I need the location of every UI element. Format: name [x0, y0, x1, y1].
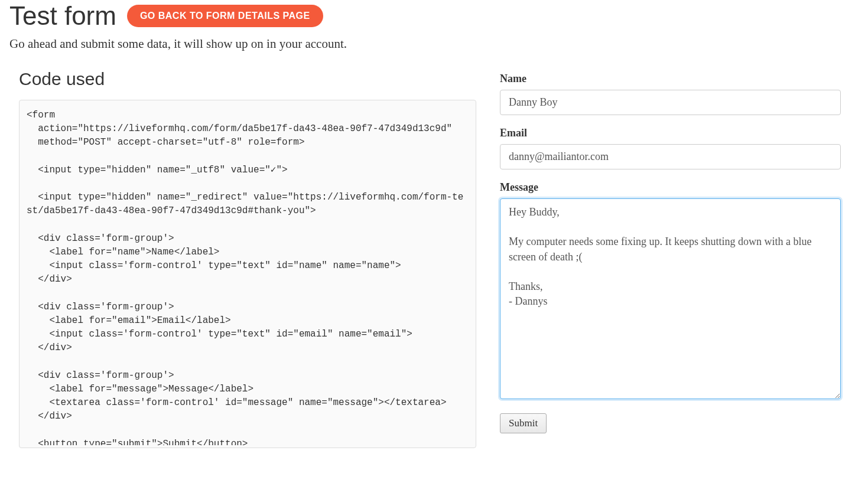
submit-button[interactable]: Submit — [500, 413, 547, 433]
page-title: Test form — [9, 1, 116, 31]
email-input[interactable] — [500, 144, 841, 169]
code-block: <form action="https://liveformhq.com/for… — [19, 100, 476, 448]
name-label: Name — [500, 73, 841, 85]
go-back-button[interactable]: GO BACK TO FORM DETAILS PAGE — [127, 5, 323, 27]
code-content[interactable]: <form action="https://liveformhq.com/for… — [22, 103, 473, 445]
page-subtitle: Go ahead and submit some data, it will s… — [9, 37, 859, 51]
name-input[interactable] — [500, 90, 841, 115]
code-used-heading: Code used — [19, 69, 476, 89]
message-label: Message — [500, 181, 841, 194]
message-textarea[interactable] — [500, 198, 841, 399]
email-label: Email — [500, 127, 841, 139]
